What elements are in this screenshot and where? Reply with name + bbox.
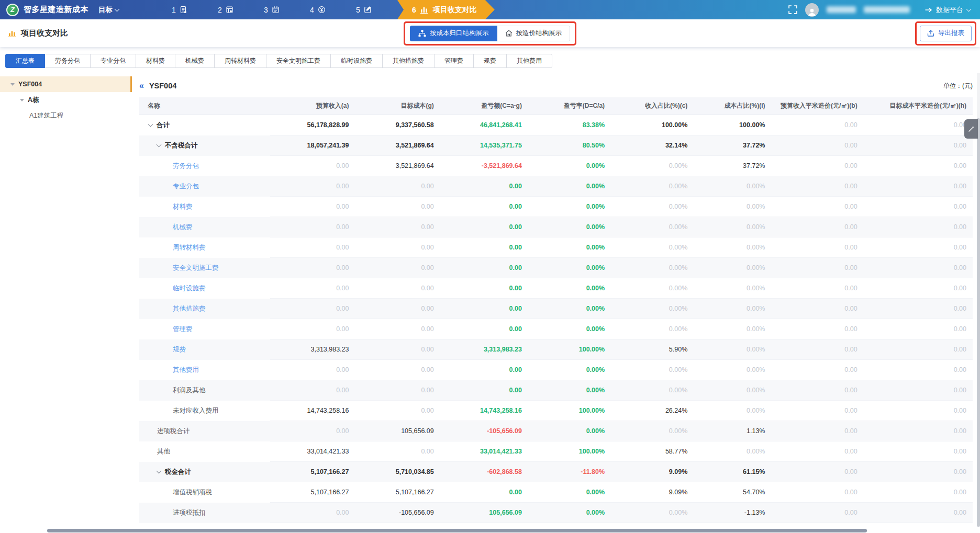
table-row[interactable]: 机械费0.000.000.000.00%0.00%0.00%0.000.00 <box>139 217 973 237</box>
table-row[interactable]: 其他措施费0.000.000.000.00%0.00%0.00%0.000.00 <box>139 299 973 319</box>
tab-5[interactable]: 周转材料费 <box>214 54 266 68</box>
fullscreen-icon[interactable] <box>788 5 797 14</box>
caret-down-icon[interactable] <box>157 142 162 147</box>
cell-0: 5,107,166.27 <box>270 462 355 482</box>
tab-11[interactable]: 其他费用 <box>506 54 552 68</box>
step-3[interactable]: 3 <box>249 6 295 14</box>
table-row[interactable]: 进项税合计0.00105,656.09-105,656.090.00%0.00%… <box>139 421 973 441</box>
table-row[interactable]: 不含税合计18,057,241.393,521,869.6414,535,371… <box>139 135 973 156</box>
cell-0: 0.00 <box>270 176 355 197</box>
row-name-cell: 材料费 <box>139 197 270 217</box>
row-name[interactable]: 专业分包 <box>173 182 199 191</box>
row-name-cell: 税金合计 <box>139 462 270 482</box>
avatar[interactable] <box>805 3 819 17</box>
project-tree-sidebar: YSF004A栋A1建筑工程 <box>0 73 132 533</box>
table-row[interactable]: 材料费0.000.000.000.00%0.00%0.00%0.000.00 <box>139 197 973 217</box>
tab-4[interactable]: 机械费 <box>175 54 215 68</box>
cell-6: 0.00 <box>771 360 863 380</box>
cell-5: 0.00% <box>694 258 771 278</box>
table-row[interactable]: 合计56,178,828.999,337,560.5846,841,268.41… <box>139 115 973 135</box>
step-4[interactable]: 4 <box>295 6 341 14</box>
cell-6: 0.00 <box>771 482 863 503</box>
collapse-sidebar-icon[interactable]: « <box>139 81 143 90</box>
row-name: 进项税合计 <box>157 427 190 436</box>
step-6-active[interactable]: 6 项目收支对比 <box>397 0 495 19</box>
data-platform-menu[interactable]: 数据平台 <box>925 5 971 15</box>
vertical-scrollbar[interactable] <box>977 73 980 527</box>
row-name[interactable]: 劳务分包 <box>173 162 199 171</box>
table-row[interactable]: 劳务分包0.003,521,869.64-3,521,869.640.00%0.… <box>139 156 973 176</box>
row-name[interactable]: 管理费 <box>173 325 193 334</box>
table-row[interactable]: 税金合计5,107,166.275,710,034.85-602,868.58-… <box>139 462 973 482</box>
cell-4: 32.14% <box>611 135 694 156</box>
table-row[interactable]: 安全文明施工费0.000.000.000.00%0.00%0.00%0.000.… <box>139 258 973 278</box>
tab-2[interactable]: 专业分包 <box>90 54 136 68</box>
tab-3[interactable]: 材料费 <box>136 54 175 68</box>
column-header-6: 成本占比(%)(i) <box>694 97 771 115</box>
row-name[interactable]: 安全文明施工费 <box>173 264 219 273</box>
step-1[interactable]: 1 <box>157 6 203 14</box>
tree-item-1[interactable]: A栋 <box>0 92 132 108</box>
tab-9[interactable]: 管理费 <box>434 54 474 68</box>
step-2[interactable]: 2 <box>203 6 249 14</box>
cell-1: 0.00 <box>355 319 440 339</box>
view-toggle-label: 按成本归口结构展示 <box>430 29 489 38</box>
row-name: 合计 <box>157 121 170 130</box>
vertical-scrollbar-thumb[interactable] <box>977 118 980 527</box>
row-name[interactable]: 周转材料费 <box>173 243 206 252</box>
tab-7[interactable]: 临时设施费 <box>330 54 383 68</box>
row-name[interactable]: 规费 <box>173 345 186 354</box>
chevron-down-icon <box>115 6 120 12</box>
cell-1: 105,656.09 <box>355 421 440 441</box>
table-row[interactable]: 专业分包0.000.000.000.00%0.00%0.00%0.000.00 <box>139 176 973 197</box>
row-name[interactable]: 临时设施费 <box>173 284 206 293</box>
step-number: 1 <box>172 6 176 14</box>
table-row[interactable]: 周转材料费0.000.000.000.00%0.00%0.00%0.000.00 <box>139 237 973 258</box>
table-row[interactable]: 其他33,014,421.330.0033,014,421.33100.00%5… <box>139 441 973 462</box>
view-toggle-1[interactable]: 按造价结构展示 <box>497 26 571 41</box>
horizontal-scrollbar-thumb[interactable] <box>47 529 867 532</box>
cell-4: 0.00% <box>611 278 694 299</box>
table-row[interactable]: 其他费用0.000.000.000.00%0.00%0.00%0.000.00 <box>139 360 973 380</box>
cell-0: 0.00 <box>270 380 355 401</box>
row-name[interactable]: 其他措施费 <box>173 304 206 313</box>
cell-5: 0.00% <box>694 401 771 421</box>
table-row[interactable]: 规费3,313,983.230.003,313,983.23100.00%5.9… <box>139 339 973 360</box>
table-row[interactable]: 增值税销项税5,107,166.275,107,166.270.000.00%9… <box>139 482 973 503</box>
tab-8[interactable]: 其他措施费 <box>382 54 435 68</box>
step-number: 5 <box>356 6 360 14</box>
tree-item-2[interactable]: A1建筑工程 <box>0 108 132 123</box>
table-row[interactable]: 利润及其他0.000.000.000.00%0.00%0.00%0.000.00 <box>139 380 973 401</box>
horizontal-scrollbar[interactable] <box>0 528 980 533</box>
view-toggle-0[interactable]: 按成本归口结构展示 <box>410 26 497 41</box>
row-name-cell: 不含税合计 <box>139 135 270 156</box>
caret-down-icon[interactable] <box>157 468 162 473</box>
tab-10[interactable]: 规费 <box>473 54 507 68</box>
export-report-button[interactable]: 导出报表 <box>920 26 972 41</box>
cell-3: 0.00% <box>528 278 611 299</box>
cell-0: 0.00 <box>270 278 355 299</box>
quick-settings-tab[interactable] <box>964 119 978 139</box>
row-name[interactable]: 机械费 <box>173 223 193 232</box>
table-row[interactable]: 未对应收入费用14,743,258.160.0014,743,258.16100… <box>139 401 973 421</box>
table-row[interactable]: 进项税抵扣0.00-105,656.09105,656.090.00%0.00%… <box>139 503 973 523</box>
step-5[interactable]: 5 <box>341 6 387 14</box>
cell-7: 0.00 <box>864 503 973 523</box>
mode-dropdown[interactable]: 目标 <box>98 5 119 15</box>
row-name[interactable]: 材料费 <box>173 202 193 211</box>
table-row[interactable]: 管理费0.000.000.000.00%0.00%0.00%0.000.00 <box>139 319 973 339</box>
caret-down-icon[interactable] <box>148 121 153 127</box>
cell-7: 0.00 <box>864 299 973 319</box>
cell-6: 0.00 <box>771 135 863 156</box>
table-row[interactable]: 临时设施费0.000.000.000.00%0.00%0.00%0.000.00 <box>139 278 973 299</box>
tab-6[interactable]: 安全文明施工费 <box>266 54 331 68</box>
tab-1[interactable]: 劳务分包 <box>44 54 91 68</box>
row-name[interactable]: 其他费用 <box>173 366 199 375</box>
cell-4: 9.09% <box>611 462 694 482</box>
tree-item-0[interactable]: YSF004 <box>0 76 132 92</box>
cell-6: 0.00 <box>771 421 863 441</box>
bar-chart-icon <box>420 6 429 14</box>
cell-3: 0.00% <box>528 360 611 380</box>
cell-5: 0.00% <box>694 319 771 339</box>
tab-0[interactable]: 汇总表 <box>5 54 45 68</box>
